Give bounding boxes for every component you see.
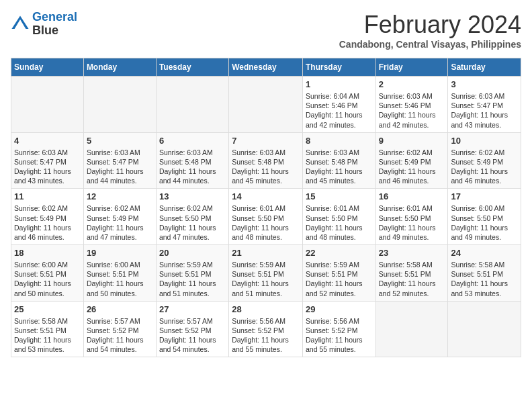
day-detail: Sunrise: 6:01 AMSunset: 5:50 PMDaylight:… xyxy=(379,203,445,242)
day-number: 13 xyxy=(159,191,226,201)
calendar-cell: 25Sunrise: 5:58 AMSunset: 5:51 PMDayligh… xyxy=(11,301,84,357)
day-number: 11 xyxy=(14,191,81,201)
day-detail: Sunrise: 6:03 AMSunset: 5:46 PMDaylight:… xyxy=(379,91,445,130)
day-number: 16 xyxy=(379,191,445,201)
calendar-cell xyxy=(156,77,228,133)
calendar-cell: 7Sunrise: 6:03 AMSunset: 5:48 PMDaylight… xyxy=(229,132,303,189)
calendar-cell: 29Sunrise: 5:56 AMSunset: 5:52 PMDayligh… xyxy=(302,301,375,357)
day-number: 25 xyxy=(14,304,81,314)
day-number: 19 xyxy=(87,248,153,258)
day-number: 21 xyxy=(232,248,300,258)
day-detail: Sunrise: 5:59 AMSunset: 5:51 PMDaylight:… xyxy=(159,260,226,298)
calendar-cell: 22Sunrise: 5:59 AMSunset: 5:51 PMDayligh… xyxy=(302,245,375,302)
calendar-cell: 24Sunrise: 5:58 AMSunset: 5:51 PMDayligh… xyxy=(448,245,521,302)
day-number: 17 xyxy=(451,191,518,201)
day-number: 9 xyxy=(379,136,445,146)
day-detail: Sunrise: 5:56 AMSunset: 5:52 PMDaylight:… xyxy=(306,316,373,355)
calendar-cell: 9Sunrise: 6:02 AMSunset: 5:49 PMDaylight… xyxy=(375,132,448,189)
calendar-cell: 17Sunrise: 6:00 AMSunset: 5:50 PMDayligh… xyxy=(448,189,521,245)
calendar-cell: 10Sunrise: 6:02 AMSunset: 5:49 PMDayligh… xyxy=(448,132,521,189)
day-number: 3 xyxy=(451,79,518,89)
day-number: 4 xyxy=(14,136,81,146)
column-header-sunday: Sunday xyxy=(11,58,84,77)
day-detail: Sunrise: 6:02 AMSunset: 5:49 PMDaylight:… xyxy=(451,148,518,186)
day-number: 22 xyxy=(306,248,373,258)
calendar-cell xyxy=(375,301,448,357)
main-title: February 2024 xyxy=(339,11,521,39)
calendar-cell: 2Sunrise: 6:03 AMSunset: 5:46 PMDaylight… xyxy=(375,77,448,133)
title-section: February 2024 Candabong, Central Visayas… xyxy=(339,11,521,50)
calendar-cell: 27Sunrise: 5:57 AMSunset: 5:52 PMDayligh… xyxy=(156,301,228,357)
day-detail: Sunrise: 5:57 AMSunset: 5:52 PMDaylight:… xyxy=(159,316,226,355)
day-detail: Sunrise: 5:58 AMSunset: 5:51 PMDaylight:… xyxy=(14,316,81,355)
day-detail: Sunrise: 6:03 AMSunset: 5:47 PMDaylight:… xyxy=(14,148,81,186)
calendar-cell xyxy=(11,77,84,133)
calendar-week-row: 18Sunrise: 6:00 AMSunset: 5:51 PMDayligh… xyxy=(11,245,521,302)
calendar-cell: 5Sunrise: 6:03 AMSunset: 5:47 PMDaylight… xyxy=(83,132,156,189)
day-number: 24 xyxy=(451,248,518,258)
column-header-friday: Friday xyxy=(375,58,448,77)
day-number: 27 xyxy=(159,304,226,314)
calendar-cell: 13Sunrise: 6:02 AMSunset: 5:50 PMDayligh… xyxy=(156,189,228,245)
calendar-header-row: SundayMondayTuesdayWednesdayThursdayFrid… xyxy=(11,58,521,77)
day-number: 1 xyxy=(306,79,373,89)
calendar-cell: 20Sunrise: 5:59 AMSunset: 5:51 PMDayligh… xyxy=(156,245,228,302)
day-detail: Sunrise: 6:02 AMSunset: 5:49 PMDaylight:… xyxy=(379,148,445,186)
calendar-cell xyxy=(448,301,521,357)
day-detail: Sunrise: 6:00 AMSunset: 5:51 PMDaylight:… xyxy=(87,260,153,298)
logo: General Blue xyxy=(11,11,77,38)
logo-icon xyxy=(11,15,30,34)
day-number: 14 xyxy=(232,191,300,201)
calendar-cell xyxy=(229,77,303,133)
day-detail: Sunrise: 6:02 AMSunset: 5:49 PMDaylight:… xyxy=(14,203,81,242)
day-number: 2 xyxy=(379,79,445,89)
day-detail: Sunrise: 6:04 AMSunset: 5:46 PMDaylight:… xyxy=(306,91,373,130)
day-detail: Sunrise: 6:03 AMSunset: 5:47 PMDaylight:… xyxy=(87,148,153,186)
day-number: 12 xyxy=(87,191,153,201)
day-detail: Sunrise: 6:01 AMSunset: 5:50 PMDaylight:… xyxy=(232,203,300,242)
day-detail: Sunrise: 5:58 AMSunset: 5:51 PMDaylight:… xyxy=(379,260,445,298)
calendar-cell: 21Sunrise: 5:59 AMSunset: 5:51 PMDayligh… xyxy=(229,245,303,302)
day-detail: Sunrise: 6:01 AMSunset: 5:50 PMDaylight:… xyxy=(306,203,373,242)
calendar-week-row: 4Sunrise: 6:03 AMSunset: 5:47 PMDaylight… xyxy=(11,132,521,189)
day-detail: Sunrise: 6:03 AMSunset: 5:48 PMDaylight:… xyxy=(232,148,300,186)
calendar-week-row: 25Sunrise: 5:58 AMSunset: 5:51 PMDayligh… xyxy=(11,301,521,357)
day-detail: Sunrise: 5:58 AMSunset: 5:51 PMDaylight:… xyxy=(451,260,518,298)
day-number: 5 xyxy=(87,136,153,146)
day-detail: Sunrise: 6:03 AMSunset: 5:47 PMDaylight:… xyxy=(451,91,518,130)
day-detail: Sunrise: 5:59 AMSunset: 5:51 PMDaylight:… xyxy=(232,260,300,298)
calendar-cell xyxy=(83,77,156,133)
day-number: 10 xyxy=(451,136,518,146)
calendar-week-row: 1Sunrise: 6:04 AMSunset: 5:46 PMDaylight… xyxy=(11,77,521,133)
day-number: 29 xyxy=(306,304,373,314)
column-header-wednesday: Wednesday xyxy=(229,58,303,77)
day-detail: Sunrise: 5:59 AMSunset: 5:51 PMDaylight:… xyxy=(306,260,373,298)
day-number: 15 xyxy=(306,191,373,201)
day-number: 6 xyxy=(159,136,226,146)
day-detail: Sunrise: 5:56 AMSunset: 5:52 PMDaylight:… xyxy=(232,316,300,355)
day-detail: Sunrise: 6:02 AMSunset: 5:50 PMDaylight:… xyxy=(159,203,226,242)
calendar-cell: 15Sunrise: 6:01 AMSunset: 5:50 PMDayligh… xyxy=(302,189,375,245)
calendar-cell: 6Sunrise: 6:03 AMSunset: 5:48 PMDaylight… xyxy=(156,132,228,189)
calendar-cell: 14Sunrise: 6:01 AMSunset: 5:50 PMDayligh… xyxy=(229,189,303,245)
day-number: 8 xyxy=(306,136,373,146)
column-header-saturday: Saturday xyxy=(448,58,521,77)
day-detail: Sunrise: 6:03 AMSunset: 5:48 PMDaylight:… xyxy=(159,148,226,186)
calendar-cell: 26Sunrise: 5:57 AMSunset: 5:52 PMDayligh… xyxy=(83,301,156,357)
calendar-cell: 3Sunrise: 6:03 AMSunset: 5:47 PMDaylight… xyxy=(448,77,521,133)
calendar-cell: 4Sunrise: 6:03 AMSunset: 5:47 PMDaylight… xyxy=(11,132,84,189)
day-number: 28 xyxy=(232,304,300,314)
day-detail: Sunrise: 6:00 AMSunset: 5:51 PMDaylight:… xyxy=(14,260,81,298)
day-number: 20 xyxy=(159,248,226,258)
day-detail: Sunrise: 5:57 AMSunset: 5:52 PMDaylight:… xyxy=(87,316,153,355)
column-header-monday: Monday xyxy=(83,58,156,77)
day-detail: Sunrise: 6:00 AMSunset: 5:50 PMDaylight:… xyxy=(451,203,518,242)
day-number: 18 xyxy=(14,248,81,258)
calendar-cell: 18Sunrise: 6:00 AMSunset: 5:51 PMDayligh… xyxy=(11,245,84,302)
calendar-cell: 23Sunrise: 5:58 AMSunset: 5:51 PMDayligh… xyxy=(375,245,448,302)
calendar-cell: 19Sunrise: 6:00 AMSunset: 5:51 PMDayligh… xyxy=(83,245,156,302)
subtitle: Candabong, Central Visayas, Philippines xyxy=(339,39,521,50)
column-header-tuesday: Tuesday xyxy=(156,58,228,77)
logo-text: General Blue xyxy=(32,11,77,38)
calendar-week-row: 11Sunrise: 6:02 AMSunset: 5:49 PMDayligh… xyxy=(11,189,521,245)
